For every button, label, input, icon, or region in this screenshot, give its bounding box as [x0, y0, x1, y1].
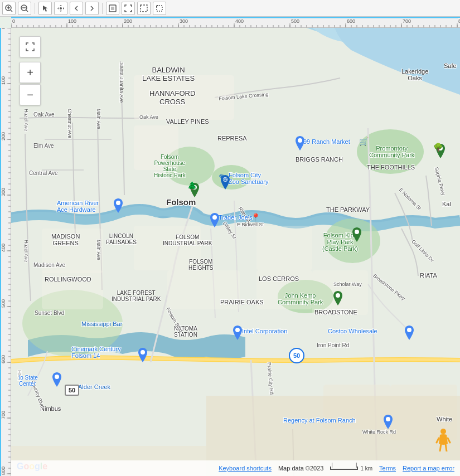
zoom-box-button[interactable]	[153, 2, 166, 15]
forward-button[interactable]	[85, 2, 99, 15]
pin-john-kemp[interactable]	[332, 291, 343, 308]
svg-rect-22	[134, 226, 201, 270]
map-container[interactable]: + − BALDWINLAKE ESTATES HANNAFORDCROSS V…	[11, 28, 460, 476]
zoom-in-tool-button[interactable]	[2, 2, 16, 15]
toolbar-separator-2	[102, 3, 103, 14]
icon-powerhouse: 🌲	[187, 181, 197, 190]
pegman-icon[interactable]	[435, 428, 451, 454]
pin-kids-park[interactable]	[351, 227, 362, 244]
select-button[interactable]	[137, 2, 151, 15]
pin-trader-joes[interactable]	[209, 213, 220, 230]
svg-line-48	[448, 438, 450, 443]
pin-costco[interactable]	[404, 326, 415, 342]
keyboard-shortcuts-link[interactable]: Keyboard shortcuts	[219, 465, 272, 472]
svg-rect-26	[256, 226, 312, 270]
fullscreen-map-button[interactable]	[20, 36, 41, 57]
back-button[interactable]	[70, 2, 83, 15]
zoom-out-tool-button[interactable]	[18, 2, 31, 15]
ruler-top	[11, 17, 460, 28]
svg-rect-27	[256, 270, 312, 309]
svg-rect-25	[167, 270, 240, 309]
hwy-50-shield-1: 50	[289, 348, 304, 363]
fullscreen-button[interactable]	[122, 2, 135, 15]
svg-line-5	[26, 10, 28, 12]
svg-line-50	[446, 444, 447, 451]
svg-point-40	[235, 328, 240, 332]
map-data-label: Map data ©2023	[278, 465, 324, 472]
toolbar	[0, 0, 460, 17]
ruler-left	[0, 28, 11, 476]
svg-rect-9	[141, 5, 147, 12]
svg-rect-8	[111, 7, 114, 10]
map-bottom-bar: Keyboard shortcuts Map data ©2023 | | 1 …	[11, 460, 460, 476]
svg-point-38	[355, 230, 359, 234]
icon-zoo: 🐾	[219, 173, 227, 182]
pin-intel[interactable]	[232, 326, 243, 342]
icon-99-ranch-cart: 🛒	[359, 137, 369, 146]
svg-point-43	[55, 375, 59, 379]
svg-point-39	[336, 293, 340, 298]
scale-label: 1 km	[360, 465, 372, 472]
pointer-tool-button[interactable]	[38, 2, 52, 15]
svg-rect-24	[42, 270, 103, 309]
pin-cinemark[interactable]	[137, 348, 148, 365]
extent-button[interactable]	[106, 2, 119, 15]
svg-point-37	[212, 215, 217, 220]
report-error-link[interactable]: Report a map error	[403, 465, 454, 472]
icon-promontory: 🌳	[433, 143, 443, 152]
hwy-50-shield-2: 50	[65, 385, 79, 396]
pin-99-ranch[interactable]	[294, 136, 306, 153]
svg-point-41	[407, 328, 411, 332]
svg-line-49	[440, 444, 441, 451]
pan-tool-button[interactable]	[54, 2, 67, 15]
pin-io-state[interactable]	[51, 372, 62, 389]
zoom-in-map-button[interactable]: +	[20, 62, 41, 83]
terms-link[interactable]: Terms	[379, 465, 396, 472]
toolbar-separator-1	[35, 3, 35, 14]
zoom-out-map-button[interactable]: −	[20, 84, 41, 105]
svg-point-33	[298, 138, 302, 143]
svg-point-44	[386, 417, 390, 421]
svg-rect-10	[157, 6, 162, 11]
icon-trader-joes: 📍	[251, 213, 260, 222]
pin-ace-hardware[interactable]	[113, 198, 124, 215]
pin-regency[interactable]	[382, 415, 394, 431]
svg-point-46	[440, 429, 446, 434]
svg-line-1	[11, 10, 12, 12]
svg-point-42	[141, 350, 145, 354]
svg-point-14	[357, 129, 424, 174]
svg-point-16	[212, 165, 251, 190]
svg-rect-21	[134, 125, 178, 170]
svg-rect-23	[42, 229, 103, 273]
svg-point-45	[116, 201, 120, 205]
map-controls-group: + −	[20, 36, 41, 105]
svg-rect-20	[134, 75, 234, 120]
svg-line-47	[437, 438, 439, 443]
